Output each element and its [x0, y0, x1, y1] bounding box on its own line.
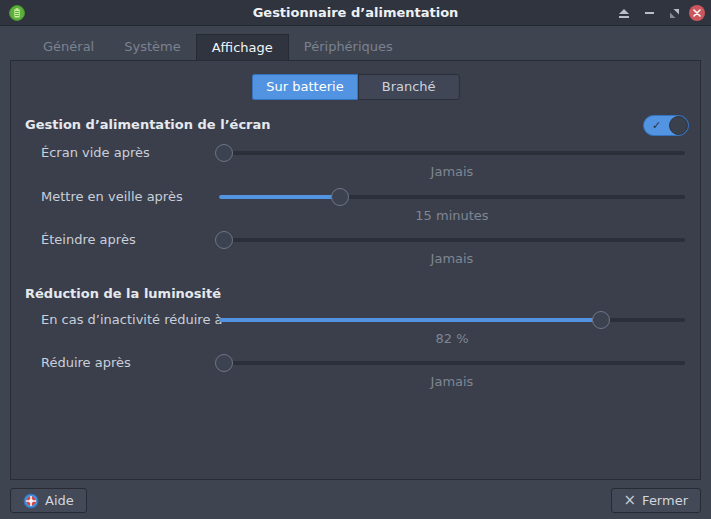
tab-affichage[interactable]: Affichage [196, 34, 289, 60]
tab-systeme[interactable]: Système [109, 34, 195, 60]
window-title: Gestionnaire d’alimentation [0, 0, 711, 26]
row-label: Réduire après [41, 354, 131, 372]
help-lifebuoy-icon [23, 493, 39, 509]
close-x-icon: × [624, 493, 637, 508]
slider-track [219, 238, 685, 242]
row-label: Écran vide après [41, 144, 150, 162]
minimize-button[interactable] [638, 0, 660, 26]
row-label: Éteindre après [41, 231, 136, 249]
action-bar: Aide × Fermer [0, 480, 711, 519]
help-button[interactable]: Aide [10, 488, 87, 513]
sleep-after-slider[interactable] [219, 188, 685, 206]
sleep-after-row: Mettre en veille après 15 minutes [11, 188, 700, 225]
tab-general[interactable]: Général [28, 34, 109, 60]
slider-fill [219, 195, 340, 199]
slider-handle[interactable] [215, 144, 233, 162]
maximize-button[interactable] [663, 0, 685, 26]
eject-icon [619, 9, 629, 18]
help-button-label: Aide [45, 493, 74, 508]
slider-track [219, 318, 685, 322]
slider-fill [219, 318, 601, 322]
close-icon [689, 5, 705, 21]
slider-value: Jamais [219, 163, 685, 180]
switch-off-after-slider[interactable] [219, 231, 685, 249]
minimize-icon [645, 12, 654, 14]
slider-value: 15 minutes [219, 207, 685, 224]
slider-handle[interactable] [215, 231, 233, 249]
blank-after-row: Écran vide après Jamais [11, 144, 700, 181]
slider-value: Jamais [219, 373, 685, 390]
slider-track [219, 195, 685, 199]
slider-track [219, 151, 685, 155]
slider-handle[interactable] [331, 188, 349, 206]
check-icon: ✓ [652, 116, 661, 135]
row-label: En cas d’inactivité réduire à [41, 311, 223, 329]
section-title-brightness-reduction: Réduction de la luminosité [25, 285, 221, 303]
on-battery-toggle-button[interactable]: Sur batterie [251, 74, 357, 100]
dim-level-row: En cas d’inactivité réduire à 82 % [11, 311, 700, 348]
power-manager-window: Gestionnaire d’alimentation Général Syst… [0, 0, 711, 519]
dim-level-slider[interactable] [219, 311, 685, 329]
tab-bar: Général Système Affichage Périphériques [0, 27, 711, 60]
blank-after-slider[interactable] [219, 144, 685, 162]
dim-after-slider[interactable] [219, 354, 685, 372]
row-label: Mettre en veille après [41, 188, 183, 206]
plugged-in-toggle-button[interactable]: Branché [358, 74, 460, 100]
titlebar: Gestionnaire d’alimentation [0, 0, 711, 26]
display-power-switch[interactable]: ✓ [643, 115, 689, 136]
switch-off-after-row: Éteindre après Jamais [11, 231, 700, 268]
maximize-restore-icon [670, 9, 679, 18]
shade-button[interactable] [613, 0, 635, 26]
tab-peripheriques[interactable]: Périphériques [289, 34, 408, 60]
close-button[interactable] [686, 0, 708, 26]
slider-value: 82 % [219, 330, 685, 347]
section-title-display-power: Gestion d’alimentation de l’écran [25, 116, 271, 134]
close-dialog-button[interactable]: × Fermer [611, 488, 701, 513]
slider-handle[interactable] [592, 311, 610, 329]
display-settings-panel: Sur batterie Branché Gestion d’alimentat… [10, 60, 701, 480]
slider-track [219, 361, 685, 365]
close-button-label: Fermer [642, 493, 688, 508]
switch-knob[interactable] [669, 116, 688, 135]
power-mode-toggle: Sur batterie Branché [251, 74, 459, 100]
dim-after-row: Réduire après Jamais [11, 354, 700, 391]
slider-handle[interactable] [215, 354, 233, 372]
slider-value: Jamais [219, 250, 685, 267]
